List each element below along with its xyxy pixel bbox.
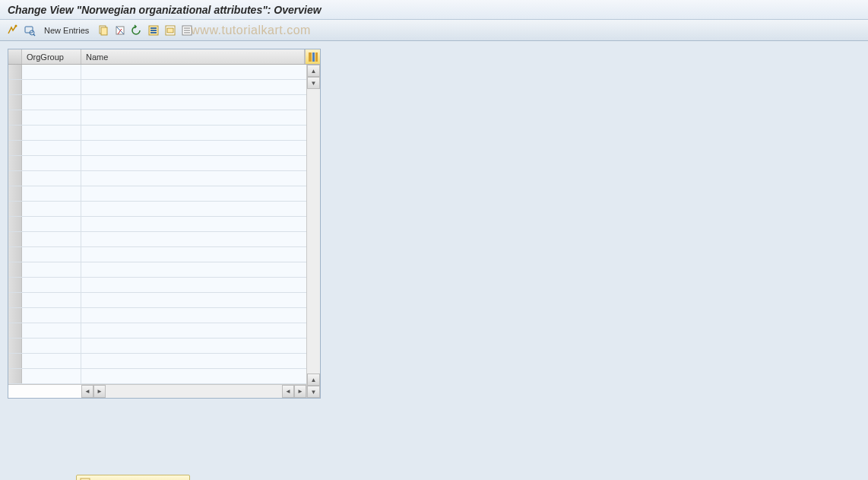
table-settings-icon[interactable] xyxy=(305,49,320,64)
table-row[interactable] xyxy=(8,369,306,384)
cell-orggroup[interactable] xyxy=(22,186,81,201)
cell-orggroup[interactable] xyxy=(22,202,81,216)
cell-orggroup[interactable] xyxy=(22,354,81,368)
cell-orggroup[interactable] xyxy=(22,308,81,323)
find-icon[interactable] xyxy=(23,24,36,37)
table-row[interactable] xyxy=(8,339,306,354)
cell-name[interactable] xyxy=(81,186,306,201)
table-row[interactable] xyxy=(8,156,306,171)
row-selector-header[interactable] xyxy=(8,49,22,64)
row-selector[interactable] xyxy=(8,141,22,155)
delete-icon[interactable] xyxy=(113,24,127,37)
cell-name[interactable] xyxy=(81,278,306,292)
cell-name[interactable] xyxy=(81,171,306,186)
table-row[interactable] xyxy=(8,95,306,110)
row-selector[interactable] xyxy=(8,95,22,110)
cell-name[interactable] xyxy=(81,247,306,262)
cell-orggroup[interactable] xyxy=(22,369,81,383)
table-row[interactable] xyxy=(8,171,306,186)
table-row[interactable] xyxy=(8,278,306,293)
cell-orggroup[interactable] xyxy=(22,323,81,338)
toggle-display-change-icon[interactable] xyxy=(6,24,20,37)
row-selector[interactable] xyxy=(8,186,22,201)
table-row[interactable] xyxy=(8,141,306,156)
cell-name[interactable] xyxy=(81,308,306,323)
cell-orggroup[interactable] xyxy=(22,232,81,246)
cell-name[interactable] xyxy=(81,369,306,383)
scroll-down2-icon[interactable]: ▼ xyxy=(307,386,320,398)
row-selector[interactable] xyxy=(8,369,22,383)
row-selector[interactable] xyxy=(8,308,22,323)
row-selector[interactable] xyxy=(8,217,22,231)
row-selector[interactable] xyxy=(8,65,22,79)
scroll-right-icon[interactable]: ► xyxy=(93,385,106,398)
cell-name[interactable] xyxy=(81,95,306,110)
undo-icon[interactable] xyxy=(130,24,144,37)
hscroll-track[interactable] xyxy=(106,385,282,398)
table-row[interactable] xyxy=(8,110,306,126)
cell-name[interactable] xyxy=(81,217,306,231)
cell-name[interactable] xyxy=(81,354,306,368)
table-row[interactable] xyxy=(8,262,306,278)
cell-name[interactable] xyxy=(81,65,306,79)
vertical-scrollbar[interactable]: ▲ ▼ ▲ ▼ xyxy=(306,65,320,398)
table-row[interactable] xyxy=(8,80,306,95)
scroll-down-icon[interactable]: ▼ xyxy=(307,77,320,89)
select-all-icon[interactable] xyxy=(147,24,160,37)
scroll-left-icon[interactable]: ◄ xyxy=(81,385,93,398)
column-header-orggroup[interactable]: OrgGroup xyxy=(22,49,81,64)
row-selector[interactable] xyxy=(8,202,22,216)
cell-orggroup[interactable] xyxy=(22,247,81,262)
copy-icon[interactable] xyxy=(97,24,110,37)
cell-name[interactable] xyxy=(81,323,306,338)
row-selector[interactable] xyxy=(8,278,22,292)
table-row[interactable] xyxy=(8,232,306,247)
cell-name[interactable] xyxy=(81,110,306,125)
cell-orggroup[interactable] xyxy=(22,65,81,79)
cell-orggroup[interactable] xyxy=(22,262,81,277)
cell-name[interactable] xyxy=(81,126,306,140)
row-selector[interactable] xyxy=(8,171,22,186)
scroll-right2-icon[interactable]: ► xyxy=(294,385,306,398)
table-row[interactable] xyxy=(8,247,306,262)
position-button[interactable]: Position... xyxy=(76,475,190,480)
table-row[interactable] xyxy=(8,217,306,232)
cell-orggroup[interactable] xyxy=(22,95,81,110)
cell-orggroup[interactable] xyxy=(22,171,81,186)
cell-name[interactable] xyxy=(81,262,306,277)
scroll-track[interactable] xyxy=(307,89,320,374)
scroll-left2-icon[interactable]: ◄ xyxy=(282,385,294,398)
row-selector[interactable] xyxy=(8,126,22,140)
horizontal-scrollbar[interactable]: ◄ ► ◄ ► xyxy=(8,384,320,398)
cell-name[interactable] xyxy=(81,80,306,94)
scroll-up-icon[interactable]: ▲ xyxy=(307,65,320,77)
table-row[interactable] xyxy=(8,65,306,80)
cell-orggroup[interactable] xyxy=(22,141,81,155)
row-selector[interactable] xyxy=(8,247,22,262)
cell-name[interactable] xyxy=(81,141,306,155)
cell-name[interactable] xyxy=(81,156,306,170)
table-row[interactable] xyxy=(8,186,306,202)
cell-name[interactable] xyxy=(81,339,306,353)
scroll-up2-icon[interactable]: ▲ xyxy=(307,374,320,386)
cell-orggroup[interactable] xyxy=(22,217,81,231)
table-row[interactable] xyxy=(8,293,306,308)
row-selector[interactable] xyxy=(8,80,22,94)
cell-name[interactable] xyxy=(81,232,306,246)
new-entries-button[interactable]: New Entries xyxy=(40,26,93,35)
row-selector[interactable] xyxy=(8,323,22,338)
cell-orggroup[interactable] xyxy=(22,80,81,94)
table-row[interactable] xyxy=(8,126,306,141)
table-row[interactable] xyxy=(8,323,306,339)
row-selector[interactable] xyxy=(8,293,22,307)
column-header-name[interactable]: Name xyxy=(81,49,305,64)
row-selector[interactable] xyxy=(8,156,22,170)
table-row[interactable] xyxy=(8,354,306,369)
cell-orggroup[interactable] xyxy=(22,339,81,353)
row-selector[interactable] xyxy=(8,232,22,246)
deselect-all-icon[interactable] xyxy=(180,24,194,37)
cell-orggroup[interactable] xyxy=(22,293,81,307)
row-selector[interactable] xyxy=(8,339,22,353)
cell-orggroup[interactable] xyxy=(22,126,81,140)
row-selector[interactable] xyxy=(8,262,22,277)
